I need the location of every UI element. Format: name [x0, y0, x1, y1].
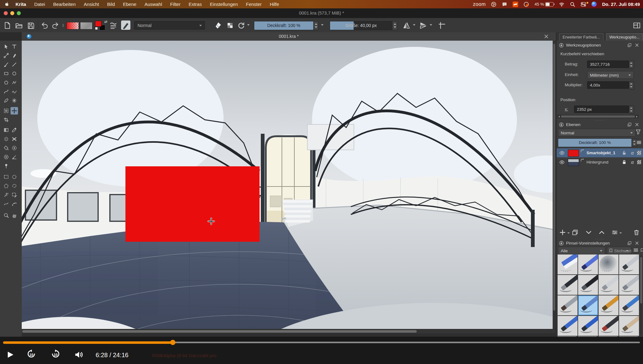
layer-visibility-eye-icon[interactable] — [559, 150, 565, 156]
brush-pencil-charcoal[interactable] — [599, 316, 618, 336]
delete-layer-button[interactable] — [633, 229, 640, 236]
betrag-field[interactable]: 3527,7716 — [587, 61, 629, 68]
mirror-vertical-dropdown[interactable] — [430, 24, 432, 26]
x-position-field[interactable]: 2352 px — [574, 106, 629, 113]
layer-opacity-slider[interactable]: Deckkraft: 100 % — [558, 138, 632, 147]
tool-transform[interactable] — [2, 107, 10, 115]
brush-airbrush-pen[interactable] — [619, 254, 639, 274]
docker-lock-icon[interactable] — [559, 122, 564, 127]
brush-size-spinner[interactable] — [392, 21, 397, 30]
mirror-vertical-button[interactable] — [419, 21, 427, 29]
layer-properties-button[interactable] — [611, 229, 618, 236]
tool-fill[interactable] — [2, 144, 10, 152]
undo-button[interactable] — [40, 21, 48, 29]
tool-colorize-mask[interactable] — [2, 153, 10, 161]
duplicate-layer-button[interactable] — [572, 229, 578, 236]
close-tab-icon[interactable] — [544, 34, 549, 39]
tool-ellipse-select[interactable] — [11, 173, 18, 181]
menu-item[interactable]: Datei — [30, 2, 49, 7]
brush-basic-blue[interactable] — [578, 295, 598, 315]
brush-pencil-art-blue[interactable] — [619, 295, 639, 315]
float-docker-icon[interactable] — [627, 122, 632, 127]
tool-select-shapes[interactable] — [2, 43, 10, 50]
move-layer-down-button[interactable] — [585, 229, 592, 236]
layer-row-background[interactable]: Hintergrund α — [557, 158, 643, 167]
brush-pencil-blue-hb[interactable] — [558, 316, 577, 336]
brush-size-slider[interactable]: Größe: 40,00 px — [330, 21, 392, 30]
tool-contiguous-select[interactable] — [11, 191, 18, 199]
opacity-spinner[interactable] — [313, 21, 319, 30]
brush-filter-dropdown[interactable]: Alle — [558, 247, 605, 254]
toolbar-grip[interactable] — [61, 21, 65, 29]
tool-polyline[interactable] — [11, 79, 18, 86]
canvas-area[interactable] — [22, 41, 556, 337]
brush-settings-icon[interactable] — [109, 21, 117, 29]
menubar-clock[interactable]: Do. 27. Juli 08:49 — [602, 2, 640, 7]
tool-calligraphy[interactable] — [11, 52, 18, 59]
menu-item[interactable]: Ebene — [119, 2, 140, 7]
multiplier-spinner[interactable] — [629, 81, 634, 89]
trim-to-image-button[interactable] — [438, 21, 446, 29]
menu-item[interactable]: Bearbeiten — [49, 2, 80, 7]
foreground-background-colors[interactable]: ⇄ — [95, 21, 107, 31]
tool-options-hscrollbar[interactable] — [557, 115, 639, 118]
brush-marker-chisel[interactable] — [578, 254, 598, 274]
layers-menu-icon[interactable] — [636, 140, 642, 145]
menu-item[interactable]: Auswahl — [140, 2, 166, 7]
tool-bezier-select[interactable] — [2, 200, 10, 208]
menu-item[interactable]: Bild — [103, 2, 119, 7]
tool-move[interactable] — [11, 107, 18, 115]
close-docker-icon[interactable] — [635, 122, 639, 127]
tool-gradient[interactable] — [2, 126, 10, 134]
tag-search-field[interactable]: Stichwort — [607, 247, 631, 254]
float-docker-icon[interactable] — [627, 241, 632, 245]
tool-smart-patch[interactable] — [2, 135, 10, 143]
zoom-app-label[interactable]: zoom — [473, 2, 486, 7]
seek-bar-handle[interactable] — [170, 340, 175, 345]
mirror-horizontal-button[interactable] — [402, 21, 410, 29]
tool-enclose-fill[interactable] — [11, 144, 18, 152]
layer-row-smartobject[interactable]: Smartobjekt_1 α — [557, 148, 643, 157]
add-layer-button[interactable] — [559, 229, 566, 236]
multiplier-field[interactable]: 4,00x — [587, 81, 629, 89]
eraser-mode-button[interactable] — [214, 21, 222, 29]
menu-item[interactable]: Einstellungen — [206, 2, 242, 7]
canvas-image-panorama[interactable] — [22, 41, 556, 329]
layer-filter-funnel-icon[interactable] — [635, 129, 641, 135]
tool-similar-select[interactable] — [2, 191, 10, 199]
tool-zoom[interactable] — [2, 212, 10, 219]
brush-paintbrush-wet[interactable] — [558, 295, 577, 315]
control-center-icon[interactable] — [581, 2, 586, 7]
spotlight-search-icon[interactable] — [570, 2, 575, 7]
tool-dynamic-brush[interactable] — [2, 97, 10, 104]
menu-item[interactable]: Hilfe — [266, 2, 283, 7]
tool-rect-select[interactable] — [2, 173, 10, 181]
layer-visibility-eye-icon[interactable] — [559, 160, 565, 165]
layer-alpha-checker-icon[interactable] — [637, 160, 641, 164]
swap-colors-icon[interactable]: ⇄ — [104, 20, 107, 24]
tool-line[interactable] — [11, 61, 18, 68]
float-docker-icon[interactable] — [627, 43, 632, 47]
close-docker-icon[interactable] — [635, 241, 639, 245]
menu-item[interactable]: Krita — [11, 2, 30, 7]
einheit-dropdown[interactable]: Millimeter (mm) — [587, 71, 634, 79]
tool-polygon-select[interactable] — [2, 182, 10, 190]
redo-button[interactable] — [52, 21, 60, 29]
brush-airbrush-soft[interactable] — [599, 254, 618, 274]
layer-unlocked-icon[interactable] — [622, 150, 627, 155]
save-button[interactable] — [27, 21, 35, 29]
canvas-tab-title[interactable]: 0001.kra * — [22, 32, 556, 41]
tool-multibrush[interactable] — [11, 97, 18, 104]
menu-item[interactable]: Fenster — [242, 2, 266, 7]
canvas-vertical-scrollbar[interactable] — [553, 41, 556, 329]
tool-polygon[interactable] — [2, 79, 10, 86]
brush-pencil-blue-2b[interactable] — [578, 316, 598, 336]
chat-icon[interactable] — [502, 2, 507, 7]
screencast-icon[interactable] — [523, 2, 529, 7]
brush-pencil-beige[interactable] — [619, 316, 639, 336]
siri-icon[interactable] — [591, 2, 597, 7]
gradient-swatch[interactable] — [66, 22, 79, 29]
brush-ink-pen-dark-2[interactable] — [578, 275, 598, 295]
brush-pen-silver-1[interactable] — [599, 275, 618, 295]
tool-pan[interactable] — [11, 212, 18, 219]
